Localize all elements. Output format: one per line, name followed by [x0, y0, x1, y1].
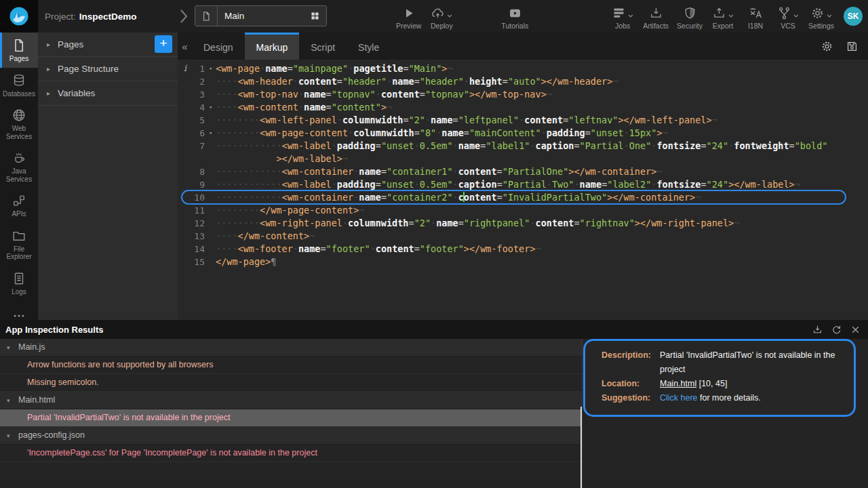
user-avatar[interactable]: SK — [844, 7, 863, 26]
tab-script[interactable]: Script — [299, 33, 347, 60]
app-logo[interactable] — [0, 0, 38, 33]
selector-divider — [217, 6, 218, 26]
gutter-info-icon: i — [184, 63, 186, 73]
code-line[interactable]: 2····<wm-header·content="header"·name="h… — [178, 75, 868, 88]
line-number: 5 — [178, 114, 209, 127]
sidebar-item-web-services[interactable]: Web Services — [0, 102, 38, 145]
code-line[interactable]: 4▾····<wm-content·name="content">¬ — [178, 101, 868, 114]
markup-settings-gear-icon[interactable] — [821, 40, 833, 53]
inspection-group-pages-config.json[interactable]: ▾pages-config.json — [0, 427, 582, 445]
sidebar-item-pages[interactable]: Pages — [0, 33, 38, 68]
grid-icon[interactable] — [310, 11, 320, 21]
line-number: 14 — [178, 243, 209, 256]
tutorials-button[interactable]: Tutorials — [497, 0, 532, 33]
refresh-icon[interactable] — [831, 324, 842, 336]
fold-gutter — [209, 75, 216, 88]
sidebar-item-apis[interactable]: APIs — [0, 188, 38, 223]
export-label: Export — [713, 22, 733, 30]
tutorials-label: Tutorials — [501, 22, 528, 30]
inspection-issue[interactable]: 'IncompletePage.css' for Page 'Incomplet… — [0, 445, 582, 462]
deploy-button[interactable]: Deploy — [425, 0, 458, 33]
artifacts-button[interactable]: Artifacts — [639, 0, 673, 33]
code-line[interactable]: 11········</wm-page-content>¬ — [178, 204, 868, 217]
code-line[interactable]: 10············<wm-container·name="contai… — [178, 191, 868, 204]
inspection-issue[interactable]: Partial 'InvalidPartialTwo' is not avail… — [0, 409, 582, 427]
i18n-button[interactable]: I18N — [739, 0, 772, 33]
line-number: 6 — [178, 127, 209, 140]
code-line[interactable]: 1▾<wm-page·name="mainpage"·pagetitle="Ma… — [178, 62, 868, 75]
close-icon[interactable] — [850, 324, 861, 336]
collapse-panel-icon[interactable]: « — [178, 33, 192, 60]
i18n-icon — [749, 6, 763, 20]
chevron-right-icon: ▸ — [47, 65, 50, 73]
preview-label: Preview — [396, 22, 421, 30]
vcs-label: VCS — [781, 22, 795, 30]
vcs-button[interactable]: VCS — [772, 0, 804, 33]
panel-divider — [582, 339, 583, 488]
fold-arrow-icon[interactable]: ▾ — [209, 127, 216, 140]
tab-style[interactable]: Style — [347, 33, 391, 60]
code-line[interactable]: ></wm-label>¬ — [178, 152, 868, 165]
page-selector[interactable]: Main — [195, 5, 327, 26]
inspection-group-main.js[interactable]: ▾Main.js — [0, 339, 582, 357]
code-line[interactable]: 15</wm-page>¶ — [178, 256, 868, 268]
sidebar-item-java-services[interactable]: Java Services — [0, 145, 38, 188]
code-line[interactable]: 13····</wm-content>¬ — [178, 230, 868, 243]
inspection-group-main.html[interactable]: ▾Main.html — [0, 392, 582, 409]
line-number: 2 — [178, 75, 209, 88]
code-line[interactable]: 6▾········<wm-page-content·columnwidth="… — [178, 127, 868, 140]
sidebar-item-file-explorer[interactable]: File Explorer — [0, 223, 38, 266]
video-icon — [508, 6, 522, 20]
code-text: ····<wm-footer·name="footer"·content="fo… — [216, 243, 541, 256]
code-line[interactable]: 9············<wm-label·padding="unset·0.… — [178, 178, 868, 191]
preview-button[interactable]: Preview — [392, 0, 425, 33]
fold-arrow-icon[interactable]: ▾ — [209, 62, 216, 75]
code-line[interactable]: 7············<wm-label·padding="unset·0.… — [178, 140, 868, 152]
location-file-link[interactable]: Main.html — [660, 379, 696, 388]
chevron-right-icon — [177, 8, 191, 24]
tab-markup[interactable]: Markup — [245, 33, 300, 60]
export-button[interactable]: Export — [707, 0, 739, 33]
security-button[interactable]: Security — [673, 0, 707, 33]
chevron-right-icon: ▸ — [47, 89, 50, 97]
pages-icon — [12, 38, 26, 53]
code-text: ····<wm-top-nav·name="topnav"·content="t… — [216, 88, 552, 101]
code-line[interactable]: 5········<wm-left-panel·columnwidth="2"·… — [178, 114, 868, 127]
add-page-button[interactable]: + — [155, 35, 172, 53]
sidebar-item-databases[interactable]: Databases — [0, 68, 38, 103]
inspection-issue[interactable]: Missing semicolon. — [0, 374, 582, 392]
topbar-tools: JobsArtifactsSecurityExportI18NVCSSettin… — [606, 0, 838, 33]
settings-button[interactable]: Settings — [804, 0, 838, 33]
tab-design[interactable]: Design — [192, 33, 245, 60]
inspection-issue[interactable]: Arrow functions are not supported by all… — [0, 357, 582, 374]
project-indicator: Project: InspectDemo — [45, 0, 137, 33]
code-line[interactable]: 3····<wm-top-nav·name="topnav"·content="… — [178, 88, 868, 101]
code-editor[interactable]: 1▾<wm-page·name="mainpage"·pagetitle="Ma… — [178, 60, 868, 320]
scrollbar-thumb[interactable] — [580, 407, 582, 488]
fold-arrow-icon[interactable]: ▾ — [209, 101, 216, 114]
play-icon — [401, 6, 416, 20]
download-icon[interactable] — [812, 324, 823, 336]
panel-section-page-structure[interactable]: ▸Page Structure — [38, 57, 178, 81]
chevron-down-icon: ▾ — [7, 340, 18, 357]
fold-gutter — [209, 256, 216, 268]
sidebar-item-logs[interactable]: Logs — [0, 266, 38, 301]
save-icon[interactable] — [846, 40, 859, 53]
location-position: [10, 45] — [699, 379, 728, 388]
apis-icon — [12, 193, 26, 208]
vcs-branch-icon — [777, 6, 791, 20]
panel-section-pages[interactable]: ▸Pages+ — [38, 33, 178, 57]
artifacts-download-icon — [649, 6, 663, 20]
jobs-button[interactable]: Jobs — [606, 0, 639, 33]
sidebar-item-label: Logs — [12, 288, 26, 296]
fold-gutter — [209, 88, 216, 101]
pages-panel: ▸Pages+▸Page Structure▸Variables — [38, 33, 178, 320]
suggestion-link[interactable]: Click here — [660, 393, 698, 403]
project-name: InspectDemo — [79, 12, 137, 22]
code-line[interactable]: 14····<wm-footer·name="footer"·content="… — [178, 243, 868, 256]
code-line[interactable]: 8············<wm-container·name="contain… — [178, 165, 868, 178]
panel-section-variables[interactable]: ▸Variables — [38, 81, 178, 106]
code-text: ········<wm-left-panel·columnwidth="2"·n… — [216, 114, 717, 127]
code-text: ····<wm-header·content="header"·name="he… — [216, 75, 618, 88]
code-line[interactable]: 12········<wm-right-panel·columnwidth="2… — [178, 217, 868, 230]
